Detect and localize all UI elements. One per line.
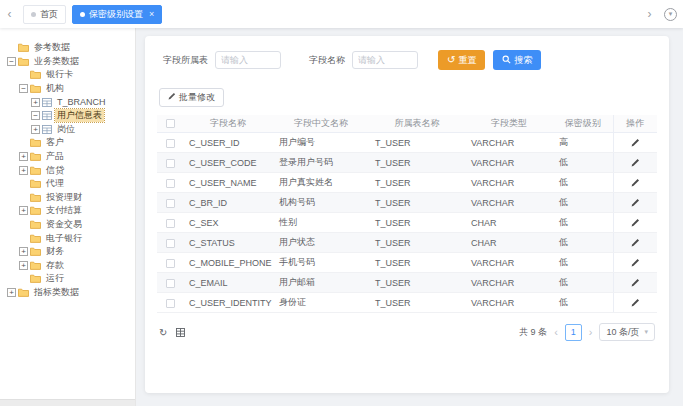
pencil-icon (631, 295, 640, 310)
table-name-cell: T_USER (369, 153, 465, 173)
folder-icon (30, 193, 41, 202)
folder-icon (18, 288, 29, 297)
secrecy-level-cell: 低 (553, 153, 613, 173)
sidebar-scrollbar[interactable] (0, 399, 135, 406)
table-row: C_BR_ID机构号码T_USERVARCHAR低 (157, 193, 657, 213)
edit-row-button[interactable] (629, 213, 642, 232)
expand-plus-icon[interactable]: + (31, 125, 40, 134)
tree-node[interactable]: 代理 (7, 177, 133, 191)
edit-row-button[interactable] (629, 253, 642, 272)
folder-icon (30, 220, 41, 229)
tree-node[interactable]: 运行 (7, 272, 133, 286)
row-checkbox[interactable] (166, 179, 175, 188)
tree-node[interactable]: +岗位 (7, 123, 133, 137)
collapse-minus-icon[interactable]: − (7, 57, 16, 66)
row-checkbox[interactable] (166, 279, 175, 288)
edit-row-button[interactable] (629, 293, 642, 312)
tab-secrecy-level-settings[interactable]: 保密级别设置 × (72, 5, 162, 24)
edit-row-button[interactable] (629, 133, 642, 152)
tab-active-label: 保密级别设置 (89, 8, 143, 21)
expand-plus-icon[interactable]: + (31, 98, 40, 107)
operation-cell (613, 293, 657, 313)
tree-node[interactable]: 客户 (7, 136, 133, 150)
expand-plus-icon[interactable]: + (19, 152, 28, 161)
field-type-cell: VARCHAR (465, 273, 553, 293)
table-body: C_USER_ID用户编号T_USERVARCHAR高C_USER_CODE登录… (157, 133, 657, 313)
tree-node[interactable]: +存款 (7, 259, 133, 273)
edit-row-button[interactable] (629, 173, 642, 192)
checkbox-cell (157, 253, 183, 273)
row-checkbox[interactable] (166, 139, 175, 148)
tree-node[interactable]: +信贷 (7, 163, 133, 177)
table-icon (42, 111, 52, 120)
field-type-cell: VARCHAR (465, 153, 553, 173)
expand-plus-icon[interactable]: + (19, 261, 28, 270)
tree-node-label: 投资理财 (44, 191, 84, 204)
tab-dot-icon (80, 12, 85, 17)
batch-edit-button[interactable]: 批量修改 (159, 88, 224, 107)
edit-row-button[interactable] (629, 233, 642, 252)
tab-home[interactable]: 首页 (23, 5, 66, 24)
tabs-scroll-right-icon[interactable]: › (642, 7, 657, 21)
row-checkbox[interactable] (166, 199, 175, 208)
tree-node[interactable]: 参考数据 (7, 41, 133, 55)
expand-plus-icon[interactable]: + (7, 288, 16, 297)
table-name-cell: T_USER (369, 173, 465, 193)
refresh-icon[interactable]: ↻ (159, 327, 167, 338)
row-checkbox[interactable] (166, 259, 175, 268)
row-checkbox[interactable] (166, 159, 175, 168)
expand-plus-icon[interactable]: + (19, 166, 28, 175)
table-row: C_USER_IDENTITY身份证T_USERVARCHAR低 (157, 293, 657, 313)
tree-node[interactable]: −业务类数据 (7, 55, 133, 69)
expand-plus-icon[interactable]: + (19, 247, 28, 256)
tree-node[interactable]: −机构 (7, 82, 133, 96)
tree-node[interactable]: +财务 (7, 245, 133, 259)
edit-row-button[interactable] (629, 273, 642, 292)
field-cn-name-cell: 登录用户号码 (273, 153, 369, 173)
field-name-input[interactable] (352, 51, 418, 69)
filter-bar: 字段所属表 字段名称 ↺ 重置 搜索 (163, 50, 657, 70)
row-checkbox[interactable] (166, 239, 175, 248)
close-icon[interactable]: × (149, 10, 154, 19)
tree-node-label: 客户 (44, 136, 66, 149)
select-all-checkbox[interactable] (166, 119, 175, 128)
expand-plus-icon[interactable]: + (19, 206, 28, 215)
pencil-icon (631, 215, 640, 230)
tree-node[interactable]: +支付结算 (7, 204, 133, 218)
page-number-button[interactable]: 1 (565, 324, 582, 341)
tree-node[interactable]: +T_BRANCH (7, 95, 133, 109)
field-table-input[interactable] (215, 51, 281, 69)
reset-button[interactable]: ↺ 重置 (438, 50, 485, 70)
prev-page-icon[interactable]: ‹ (554, 326, 558, 338)
tree-node[interactable]: −用户信息表 (7, 109, 133, 123)
row-checkbox[interactable] (166, 299, 175, 308)
tree-node[interactable]: +指标类数据 (7, 286, 133, 300)
field-name-cell: C_USER_NAME (183, 173, 273, 193)
tree-node-label: 电子银行 (44, 232, 84, 245)
table-name-cell: T_USER (369, 133, 465, 153)
edit-row-button[interactable] (629, 153, 642, 172)
tree-node-label: 岗位 (55, 123, 77, 136)
collapse-minus-icon[interactable]: − (19, 84, 28, 93)
tree-node[interactable]: 资金交易 (7, 218, 133, 232)
tree-node[interactable]: 投资理财 (7, 191, 133, 205)
tabs-scroll-left-icon[interactable]: ‹ (2, 7, 17, 21)
field-name-cell: C_BR_ID (183, 193, 273, 213)
pencil-icon (631, 155, 640, 170)
operation-cell (613, 193, 657, 213)
page-size-select[interactable]: 10 条/页 ▾ (599, 323, 655, 341)
field-type-cell: CHAR (465, 213, 553, 233)
collapse-minus-icon[interactable]: − (31, 111, 40, 120)
edit-row-button[interactable] (629, 193, 642, 212)
column-settings-icon[interactable] (176, 328, 185, 337)
total-count-label: 共 9 条 (519, 326, 547, 339)
checkbox-cell (157, 193, 183, 213)
search-button[interactable]: 搜索 (493, 50, 541, 70)
row-checkbox[interactable] (166, 219, 175, 228)
search-icon (502, 55, 511, 66)
tree-node[interactable]: 电子银行 (7, 231, 133, 245)
next-page-icon[interactable]: › (589, 326, 593, 338)
tree-node[interactable]: +产品 (7, 150, 133, 164)
tree-node[interactable]: 银行卡 (7, 68, 133, 82)
tab-actions-icon[interactable]: ▾ (664, 8, 677, 21)
